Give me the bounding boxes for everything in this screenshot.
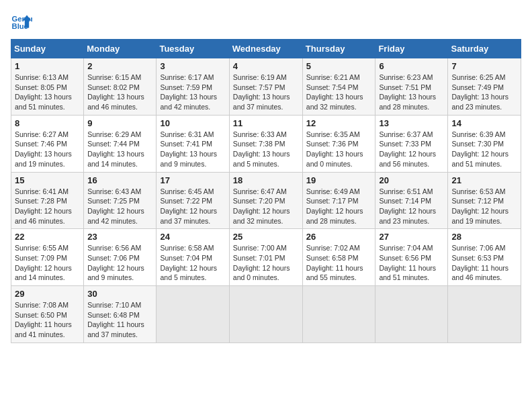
calendar-cell xyxy=(448,286,521,343)
week-row-5: 29Sunrise: 7:08 AM Sunset: 6:50 PM Dayli… xyxy=(11,286,521,343)
day-info: Sunrise: 6:31 AM Sunset: 7:41 PM Dayligh… xyxy=(160,130,225,169)
calendar-cell: 18Sunrise: 6:47 AM Sunset: 7:20 PM Dayli… xyxy=(229,172,302,229)
day-info: Sunrise: 6:21 AM Sunset: 7:54 PM Dayligh… xyxy=(306,73,372,112)
logo: General Blue xyxy=(11,11,35,32)
day-info: Sunrise: 6:17 AM Sunset: 7:59 PM Dayligh… xyxy=(160,73,225,112)
calendar-cell: 7Sunrise: 6:25 AM Sunset: 7:49 PM Daylig… xyxy=(448,58,521,116)
weekday-sunday: Sunday xyxy=(11,40,84,58)
day-number: 3 xyxy=(160,61,225,71)
calendar-cell: 3Sunrise: 6:17 AM Sunset: 7:59 PM Daylig… xyxy=(157,58,229,116)
day-info: Sunrise: 6:51 AM Sunset: 7:14 PM Dayligh… xyxy=(379,187,444,226)
day-number: 18 xyxy=(233,175,299,185)
calendar-cell: 25Sunrise: 7:00 AM Sunset: 7:01 PM Dayli… xyxy=(229,229,302,286)
day-number: 10 xyxy=(160,118,225,128)
calendar-cell: 28Sunrise: 7:06 AM Sunset: 6:53 PM Dayli… xyxy=(448,229,521,286)
weekday-wednesday: Wednesday xyxy=(229,40,302,58)
day-info: Sunrise: 6:53 AM Sunset: 7:12 PM Dayligh… xyxy=(451,187,517,226)
day-number: 24 xyxy=(160,232,225,242)
day-number: 26 xyxy=(306,232,372,242)
day-info: Sunrise: 6:56 AM Sunset: 7:06 PM Dayligh… xyxy=(87,243,152,283)
calendar-cell: 17Sunrise: 6:45 AM Sunset: 7:22 PM Dayli… xyxy=(157,172,229,229)
calendar-cell: 10Sunrise: 6:31 AM Sunset: 7:41 PM Dayli… xyxy=(157,115,229,172)
day-number: 22 xyxy=(15,232,80,242)
calendar-cell xyxy=(229,286,302,343)
calendar-cell xyxy=(157,286,229,343)
day-number: 14 xyxy=(451,118,517,128)
day-info: Sunrise: 6:13 AM Sunset: 8:05 PM Dayligh… xyxy=(15,73,80,112)
weekday-saturday: Saturday xyxy=(448,40,521,58)
day-number: 16 xyxy=(87,175,152,185)
day-info: Sunrise: 6:23 AM Sunset: 7:51 PM Dayligh… xyxy=(379,73,444,112)
calendar-cell: 12Sunrise: 6:35 AM Sunset: 7:36 PM Dayli… xyxy=(302,115,375,172)
week-row-2: 8Sunrise: 6:27 AM Sunset: 7:46 PM Daylig… xyxy=(11,115,521,172)
calendar-cell: 13Sunrise: 6:37 AM Sunset: 7:33 PM Dayli… xyxy=(375,115,448,172)
day-number: 25 xyxy=(233,232,299,242)
day-info: Sunrise: 7:10 AM Sunset: 6:48 PM Dayligh… xyxy=(87,300,152,340)
day-number: 4 xyxy=(233,61,299,71)
day-info: Sunrise: 6:39 AM Sunset: 7:30 PM Dayligh… xyxy=(451,130,517,169)
calendar-header: General Blue xyxy=(11,11,521,32)
day-info: Sunrise: 6:49 AM Sunset: 7:17 PM Dayligh… xyxy=(306,187,372,226)
weekday-tuesday: Tuesday xyxy=(157,40,229,58)
week-row-4: 22Sunrise: 6:55 AM Sunset: 7:09 PM Dayli… xyxy=(11,229,521,286)
logo-icon: General Blue xyxy=(11,11,32,32)
day-info: Sunrise: 6:58 AM Sunset: 7:04 PM Dayligh… xyxy=(160,243,225,283)
calendar-cell: 26Sunrise: 7:02 AM Sunset: 6:58 PM Dayli… xyxy=(302,229,375,286)
calendar-cell: 16Sunrise: 6:43 AM Sunset: 7:25 PM Dayli… xyxy=(84,172,157,229)
day-info: Sunrise: 6:47 AM Sunset: 7:20 PM Dayligh… xyxy=(233,187,299,226)
calendar-cell: 29Sunrise: 7:08 AM Sunset: 6:50 PM Dayli… xyxy=(11,286,84,343)
calendar-cell: 19Sunrise: 6:49 AM Sunset: 7:17 PM Dayli… xyxy=(302,172,375,229)
day-number: 17 xyxy=(160,175,225,185)
calendar-cell: 30Sunrise: 7:10 AM Sunset: 6:48 PM Dayli… xyxy=(84,286,157,343)
day-info: Sunrise: 7:00 AM Sunset: 7:01 PM Dayligh… xyxy=(233,243,299,283)
day-info: Sunrise: 6:19 AM Sunset: 7:57 PM Dayligh… xyxy=(233,73,299,112)
calendar-cell: 15Sunrise: 6:41 AM Sunset: 7:28 PM Dayli… xyxy=(11,172,84,229)
day-number: 20 xyxy=(379,175,444,185)
weekday-friday: Friday xyxy=(375,40,448,58)
day-number: 30 xyxy=(87,289,152,299)
day-number: 13 xyxy=(379,118,444,128)
day-info: Sunrise: 7:04 AM Sunset: 6:56 PM Dayligh… xyxy=(379,243,444,283)
week-row-1: 1Sunrise: 6:13 AM Sunset: 8:05 PM Daylig… xyxy=(11,58,521,116)
day-info: Sunrise: 6:15 AM Sunset: 8:02 PM Dayligh… xyxy=(87,73,152,112)
day-number: 11 xyxy=(233,118,299,128)
weekday-thursday: Thursday xyxy=(302,40,375,58)
day-number: 23 xyxy=(87,232,152,242)
day-number: 28 xyxy=(451,232,517,242)
day-info: Sunrise: 6:37 AM Sunset: 7:33 PM Dayligh… xyxy=(379,130,444,169)
calendar-cell: 8Sunrise: 6:27 AM Sunset: 7:46 PM Daylig… xyxy=(11,115,84,172)
calendar-cell: 5Sunrise: 6:21 AM Sunset: 7:54 PM Daylig… xyxy=(302,58,375,116)
calendar-cell: 2Sunrise: 6:15 AM Sunset: 8:02 PM Daylig… xyxy=(84,58,157,116)
day-info: Sunrise: 7:02 AM Sunset: 6:58 PM Dayligh… xyxy=(306,243,372,283)
weekday-monday: Monday xyxy=(84,40,157,58)
calendar-cell: 6Sunrise: 6:23 AM Sunset: 7:51 PM Daylig… xyxy=(375,58,448,116)
day-number: 6 xyxy=(379,61,444,71)
calendar-cell xyxy=(302,286,375,343)
day-info: Sunrise: 6:33 AM Sunset: 7:38 PM Dayligh… xyxy=(233,130,299,169)
calendar-table: SundayMondayTuesdayWednesdayThursdayFrid… xyxy=(11,39,521,343)
day-number: 9 xyxy=(87,118,152,128)
day-info: Sunrise: 6:41 AM Sunset: 7:28 PM Dayligh… xyxy=(15,187,80,226)
calendar-cell: 1Sunrise: 6:13 AM Sunset: 8:05 PM Daylig… xyxy=(11,58,84,116)
calendar-cell: 4Sunrise: 6:19 AM Sunset: 7:57 PM Daylig… xyxy=(229,58,302,116)
day-info: Sunrise: 7:08 AM Sunset: 6:50 PM Dayligh… xyxy=(15,300,80,340)
day-number: 19 xyxy=(306,175,372,185)
calendar-cell: 9Sunrise: 6:29 AM Sunset: 7:44 PM Daylig… xyxy=(84,115,157,172)
calendar-container: General Blue SundayMondayTuesdayWednesda… xyxy=(0,0,532,349)
day-info: Sunrise: 6:45 AM Sunset: 7:22 PM Dayligh… xyxy=(160,187,225,226)
day-info: Sunrise: 6:25 AM Sunset: 7:49 PM Dayligh… xyxy=(451,73,517,112)
day-info: Sunrise: 6:43 AM Sunset: 7:25 PM Dayligh… xyxy=(87,187,152,226)
day-number: 15 xyxy=(15,175,80,185)
calendar-cell xyxy=(375,286,448,343)
calendar-cell: 14Sunrise: 6:39 AM Sunset: 7:30 PM Dayli… xyxy=(448,115,521,172)
day-number: 29 xyxy=(15,289,80,299)
weekday-header-row: SundayMondayTuesdayWednesdayThursdayFrid… xyxy=(11,40,521,58)
day-number: 8 xyxy=(15,118,80,128)
calendar-cell: 20Sunrise: 6:51 AM Sunset: 7:14 PM Dayli… xyxy=(375,172,448,229)
day-number: 2 xyxy=(87,61,152,71)
calendar-cell: 23Sunrise: 6:56 AM Sunset: 7:06 PM Dayli… xyxy=(84,229,157,286)
day-number: 27 xyxy=(379,232,444,242)
calendar-cell: 11Sunrise: 6:33 AM Sunset: 7:38 PM Dayli… xyxy=(229,115,302,172)
day-number: 21 xyxy=(451,175,517,185)
calendar-cell: 24Sunrise: 6:58 AM Sunset: 7:04 PM Dayli… xyxy=(157,229,229,286)
